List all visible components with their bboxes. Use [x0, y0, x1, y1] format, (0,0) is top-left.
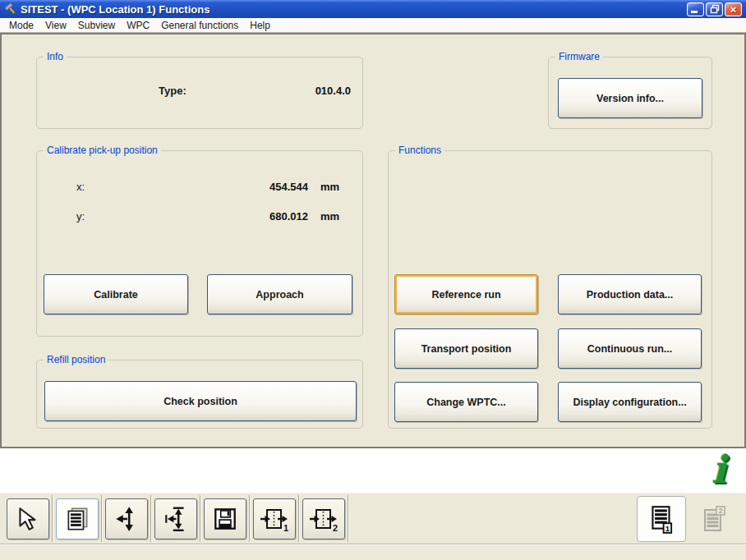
toolbar-separator: [348, 495, 348, 542]
refill-group-label: Refill position: [44, 354, 108, 365]
menu-bar: Mode View Subview WPC General functions …: [0, 18, 746, 33]
report-page-1-icon: 1: [646, 503, 677, 535]
menu-item-mode[interactable]: Mode: [3, 20, 39, 31]
report-1-button[interactable]: 1: [637, 496, 686, 542]
toolbar-separator: [52, 495, 53, 542]
toolbar-separator: [298, 495, 299, 542]
transport-station-2-icon: 2: [308, 505, 339, 533]
continuous-run-button[interactable]: Continuous run...: [558, 328, 702, 369]
x-value: 454.544: [210, 181, 308, 193]
production-data-button[interactable]: Production data...: [558, 274, 702, 314]
transport-station-1-button[interactable]: 1: [253, 498, 296, 539]
x-label: x:: [76, 181, 85, 193]
bottom-toolbar: 1 2 1: [0, 493, 746, 544]
functions-groupbox: Functions Reference run Production data.…: [388, 150, 712, 429]
svg-text:1: 1: [665, 524, 670, 533]
y-value: 680.012: [210, 210, 308, 223]
toolbar-separator: [249, 495, 250, 542]
move-vertical-icon: [113, 505, 140, 533]
menu-item-help[interactable]: Help: [244, 20, 276, 31]
toolbar-separator: [150, 495, 151, 542]
select-tool-button[interactable]: [7, 498, 49, 539]
y-label: y:: [76, 210, 85, 223]
svg-text:2: 2: [333, 523, 338, 533]
svg-text:1: 1: [283, 523, 288, 533]
reference-run-button[interactable]: Reference run: [394, 274, 538, 314]
window-title: SITEST - (WPC Location 1) Functions: [21, 3, 687, 16]
status-bar: [0, 544, 746, 560]
calibrate-groupbox: Calibrate pick-up position x: 454.544 mm…: [36, 150, 363, 337]
type-label: Type:: [159, 85, 186, 97]
menu-item-wpc[interactable]: WPC: [121, 20, 155, 31]
firmware-groupbox: Firmware Version info...: [548, 57, 712, 129]
info-group-label: Info: [44, 51, 67, 62]
move-vertical-limits-icon: [162, 505, 190, 533]
save-button[interactable]: [204, 498, 246, 539]
report-2-button-disabled: 2: [695, 503, 731, 536]
check-position-button[interactable]: Check position: [44, 381, 357, 421]
svg-text:2: 2: [719, 507, 723, 515]
refill-groupbox: Refill position Check position: [36, 360, 363, 429]
info-groupbox: Info Type: 010.4.0: [36, 57, 363, 129]
calibrate-group-label: Calibrate pick-up position: [44, 145, 161, 156]
version-info-button[interactable]: Version info...: [558, 78, 702, 118]
move-vertical-limits-button[interactable]: [154, 498, 197, 539]
toolbar-separator: [200, 495, 200, 542]
display-configuration-button[interactable]: Display configuration...: [558, 382, 702, 422]
functions-group-label: Functions: [395, 145, 444, 156]
restore-icon: [710, 4, 720, 14]
title-bar: SITEST - (WPC Location 1) Functions ×: [0, 0, 746, 18]
menu-item-subview[interactable]: Subview: [72, 20, 121, 31]
menu-item-view[interactable]: View: [39, 20, 72, 31]
lower-white-strip: [0, 448, 746, 493]
main-panel: Info Type: 010.4.0 Firmware Version info…: [0, 33, 746, 448]
x-unit: mm: [320, 181, 339, 193]
restore-button[interactable]: [706, 2, 723, 16]
close-icon: ×: [730, 4, 737, 15]
transport-position-button[interactable]: Transport position: [394, 328, 538, 369]
transport-station-1-icon: 1: [259, 505, 290, 533]
change-wptc-button[interactable]: Change WPTC...: [394, 382, 538, 422]
app-window: SITEST - (WPC Location 1) Functions × Mo…: [0, 0, 746, 560]
toolbar-separator: [101, 495, 102, 542]
type-value: 010.4.0: [315, 85, 351, 97]
list-pages-icon: [63, 505, 91, 533]
move-vertical-button[interactable]: [105, 498, 148, 539]
app-gavel-icon[interactable]: [4, 2, 17, 16]
menu-item-general-functions[interactable]: General functions: [155, 20, 244, 31]
report-page-2-icon: 2: [698, 504, 728, 535]
floppy-save-icon: [211, 505, 239, 533]
calibrate-button[interactable]: Calibrate: [44, 274, 188, 314]
approach-button[interactable]: Approach: [207, 274, 352, 314]
cursor-arrow-icon: [14, 505, 42, 533]
firmware-group-label: Firmware: [555, 51, 603, 62]
subview-list-button[interactable]: [56, 498, 99, 539]
y-unit: mm: [320, 210, 339, 223]
info-status-icon: i: [705, 450, 733, 491]
minimize-button[interactable]: [687, 2, 704, 16]
transport-station-2-button[interactable]: 2: [302, 498, 345, 539]
close-button[interactable]: ×: [725, 2, 742, 16]
